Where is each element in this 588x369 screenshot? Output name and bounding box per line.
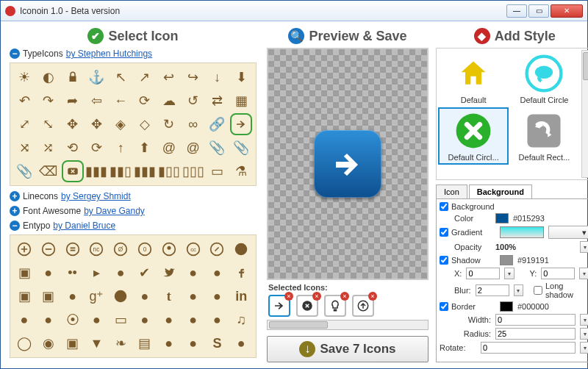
- radius-spinner[interactable]: ▾: [580, 328, 588, 340]
- longshadow-checkbox[interactable]: [534, 286, 542, 295]
- qq-icon[interactable]: ◯: [15, 334, 34, 353]
- repeat-icon[interactable]: ↻: [159, 115, 179, 134]
- skype-circle-icon[interactable]: ●: [184, 334, 203, 353]
- spotify-circle-icon[interactable]: ●: [207, 310, 226, 329]
- selected-thumb-bulb[interactable]: ×: [324, 295, 346, 317]
- shadow-swatch[interactable]: [500, 255, 513, 265]
- battery-icon[interactable]: ▭: [207, 162, 226, 181]
- pinterest-icon[interactable]: [111, 287, 130, 306]
- instagram-icon[interactable]: ▣: [63, 334, 82, 353]
- linkedin-icon[interactable]: in: [232, 287, 251, 306]
- gradient-dropdown[interactable]: ▾: [548, 226, 588, 239]
- twitter-circle-icon[interactable]: ●: [184, 263, 203, 282]
- delete-icon[interactable]: [63, 162, 82, 181]
- flickr-circle-icon[interactable]: ●: [39, 263, 58, 282]
- renren-icon[interactable]: ●: [232, 334, 251, 353]
- remove-icon[interactable]: ×: [340, 292, 349, 301]
- anchor-icon[interactable]: ⚓: [87, 68, 106, 87]
- expand-fill-icon[interactable]: ⤡: [39, 115, 58, 134]
- arrow-down-icon[interactable]: ↓: [207, 68, 226, 87]
- selected-scrollbar[interactable]: [267, 320, 429, 330]
- redo-icon[interactable]: ↷: [39, 91, 58, 110]
- opacity-spinner[interactable]: ▾: [580, 241, 588, 253]
- compress-icon[interactable]: ✥: [63, 115, 82, 134]
- dribbble-circle-icon[interactable]: ●: [39, 310, 58, 329]
- flattr-icon[interactable]: ▤: [135, 334, 154, 353]
- y-input[interactable]: [541, 268, 575, 279]
- facebook-circle-icon[interactable]: ●: [207, 263, 226, 282]
- map-icon[interactable]: ▦: [232, 91, 251, 110]
- style-scrollbar[interactable]: [581, 50, 588, 178]
- nc-icon[interactable]: nc: [87, 240, 106, 259]
- skype-icon[interactable]: ●: [159, 334, 179, 353]
- vimeo-circle-icon[interactable]: ●: [111, 263, 130, 282]
- tab-icon[interactable]: Icon: [436, 184, 467, 198]
- swap-icon[interactable]: ⇄: [207, 91, 226, 110]
- sync-icon[interactable]: ⟳: [87, 138, 106, 157]
- close-button[interactable]: ✕: [551, 4, 583, 18]
- lastfm-circle-icon[interactable]: ●: [135, 310, 154, 329]
- cc-share-icon[interactable]: [207, 240, 226, 259]
- minimize-button[interactable]: —: [506, 4, 527, 18]
- flickr-dots-icon[interactable]: ••: [63, 263, 82, 282]
- blur-spinner[interactable]: ▾: [514, 284, 523, 296]
- gplus-circle-icon[interactable]: ●: [63, 287, 82, 306]
- circle-equals-icon[interactable]: [63, 240, 82, 259]
- selected-thumb-upcircle[interactable]: ×: [352, 295, 374, 317]
- arrow-up-icon[interactable]: ↑: [111, 138, 130, 157]
- border-swatch[interactable]: [500, 301, 513, 312]
- reply-right-icon[interactable]: ↪: [184, 68, 203, 87]
- family-typeicons-author-link[interactable]: by Stephen Hutchings: [66, 49, 152, 59]
- style-default-rect[interactable]: Default Rect...: [510, 109, 578, 163]
- radius-input[interactable]: [495, 328, 576, 340]
- rdio-circle-icon[interactable]: ●: [184, 310, 203, 329]
- contrast-icon[interactable]: ◐: [39, 68, 58, 87]
- forward-icon[interactable]: ➦: [63, 91, 82, 110]
- style-default[interactable]: Default: [440, 51, 507, 106]
- selected-thumb-delete[interactable]: ×: [296, 295, 318, 317]
- color-swatch[interactable]: [495, 213, 509, 223]
- facebook-square-icon[interactable]: ▣: [15, 287, 34, 306]
- delete-outline-icon[interactable]: ⌫: [39, 162, 58, 181]
- arrow-right-icon[interactable]: [232, 115, 251, 134]
- move-icon[interactable]: ✥: [87, 115, 106, 134]
- diamond-move-icon[interactable]: ◈: [111, 115, 130, 134]
- infinity-icon[interactable]: ∞: [184, 115, 203, 134]
- arrow-up-right-icon[interactable]: ↗: [135, 68, 154, 87]
- width-spinner[interactable]: ▾: [580, 314, 588, 326]
- undo-icon[interactable]: ↶: [15, 91, 34, 110]
- spotify-icon[interactable]: ♫: [232, 310, 251, 329]
- selected-thumb-arrow[interactable]: ×: [268, 295, 290, 317]
- expand-icon[interactable]: ⤢: [15, 115, 34, 134]
- diamond-icon[interactable]: ◇: [135, 115, 154, 134]
- family-linecons-author-link[interactable]: by Sergey Shmidt: [61, 191, 131, 201]
- battery-high-icon[interactable]: ▮▮▮: [135, 162, 154, 181]
- gplus-square-icon[interactable]: ▣: [39, 287, 58, 306]
- at-sign-icon[interactable]: @: [159, 138, 179, 157]
- facebook-icon[interactable]: [232, 263, 251, 282]
- remove-icon[interactable]: ×: [368, 292, 377, 301]
- stumble-icon[interactable]: ⦿: [63, 310, 82, 329]
- pd-icon[interactable]: Ø: [111, 240, 130, 259]
- border-checkbox[interactable]: [440, 302, 448, 311]
- background-checkbox[interactable]: [440, 202, 448, 211]
- shadow-checkbox[interactable]: [440, 256, 448, 265]
- battery-full-icon[interactable]: ▮▮▮: [87, 162, 106, 181]
- gradient-checkbox[interactable]: [440, 228, 448, 237]
- loop-icon[interactable]: ⟳: [135, 91, 154, 110]
- evernote-icon[interactable]: ❧: [111, 334, 130, 353]
- rotate-spinner[interactable]: ▾: [580, 342, 588, 354]
- skype-s-icon[interactable]: S: [207, 334, 226, 353]
- attachment2-icon[interactable]: 📎: [232, 138, 251, 157]
- lastfm-icon[interactable]: ▭: [111, 310, 130, 329]
- cycle-icon[interactable]: ↺: [184, 91, 203, 110]
- battery-low-icon[interactable]: ▮▯▯: [159, 162, 179, 181]
- shuffle2-icon[interactable]: ⤮: [39, 138, 58, 157]
- flickr-square-icon[interactable]: ▣: [15, 263, 34, 282]
- gradient-swatch[interactable]: [500, 226, 544, 238]
- link-icon[interactable]: 🔗: [207, 115, 226, 134]
- maximize-button[interactable]: ▭: [528, 4, 549, 18]
- arrow-down2-icon[interactable]: ⬇: [232, 68, 251, 87]
- remove-icon[interactable]: ×: [312, 292, 321, 301]
- shuffle-icon[interactable]: ⤨: [15, 138, 34, 157]
